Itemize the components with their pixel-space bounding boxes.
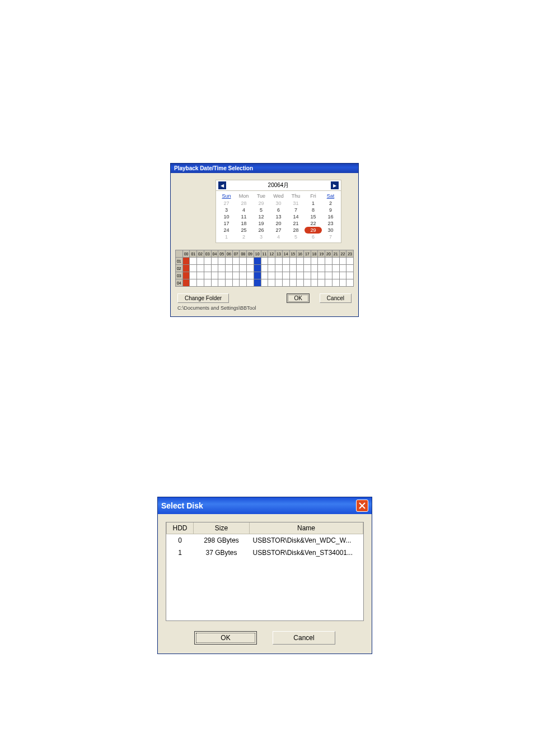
timeline-cell[interactable] — [289, 265, 297, 272]
timeline-cell[interactable] — [303, 265, 311, 272]
timeline-cell[interactable] — [289, 272, 297, 279]
calendar-day[interactable]: 1 — [218, 234, 235, 240]
timeline-cell[interactable] — [197, 265, 204, 272]
table-row[interactable] — [167, 596, 363, 608]
timeline-cell[interactable] — [226, 272, 233, 279]
timeline-cell[interactable] — [268, 265, 275, 272]
table-row[interactable] — [167, 608, 363, 620]
calendar-day[interactable]: 8 — [305, 207, 322, 213]
table-row[interactable]: 137 GBytesUSBSTOR\Disk&Ven_ST34001... — [167, 547, 363, 559]
calendar-day[interactable]: 7 — [322, 234, 339, 240]
timeline-cell[interactable] — [303, 258, 311, 265]
timeline-cell[interactable] — [218, 265, 226, 272]
playback-cancel-button[interactable]: Cancel — [320, 293, 352, 303]
timeline-cell[interactable] — [232, 258, 240, 265]
timeline-cell[interactable] — [297, 272, 304, 279]
timeline-cell[interactable] — [268, 279, 275, 287]
timeline-cell[interactable] — [297, 279, 304, 287]
calendar-day[interactable]: 1 — [305, 200, 322, 207]
timeline-cell[interactable] — [204, 258, 211, 265]
timeline-cell[interactable] — [182, 272, 190, 279]
timeline-cell[interactable] — [254, 272, 261, 279]
calendar-day[interactable]: 5 — [287, 234, 305, 240]
timeline-cell[interactable] — [182, 279, 190, 287]
timeline-cell[interactable] — [318, 279, 325, 287]
timeline-cell[interactable] — [247, 279, 254, 287]
timeline-cell[interactable] — [190, 258, 197, 265]
timeline-cell[interactable] — [190, 265, 197, 272]
timeline-cell[interactable] — [211, 258, 218, 265]
timeline-cell[interactable] — [311, 272, 318, 279]
timeline-cell[interactable] — [289, 279, 297, 287]
timeline-cell[interactable] — [318, 258, 325, 265]
timeline-cell[interactable] — [346, 279, 354, 287]
timeline-cell[interactable] — [204, 272, 211, 279]
calendar-day[interactable]: 10 — [218, 213, 235, 220]
table-row[interactable] — [167, 571, 363, 584]
calendar-day[interactable]: 15 — [305, 213, 322, 220]
timeline-cell[interactable] — [282, 265, 289, 272]
timeline-cell[interactable] — [247, 265, 254, 272]
calendar-next-button[interactable]: ▶ — [331, 181, 339, 189]
timeline-cell[interactable] — [254, 258, 261, 265]
timeline-cell[interactable] — [332, 279, 339, 287]
timeline-cell[interactable] — [247, 258, 254, 265]
calendar-day[interactable]: 14 — [287, 213, 305, 220]
timeline-cell[interactable] — [211, 265, 218, 272]
calendar-day[interactable]: 5 — [252, 207, 270, 213]
timeline-cell[interactable] — [261, 279, 268, 287]
timeline-cell[interactable] — [204, 265, 211, 272]
timeline-cell[interactable] — [346, 272, 354, 279]
timeline-cell[interactable] — [204, 279, 211, 287]
timeline-cell[interactable] — [182, 258, 190, 265]
calendar-day[interactable]: 27 — [270, 227, 287, 234]
calendar-day[interactable]: 28 — [235, 200, 252, 207]
timeline-cell[interactable] — [247, 272, 254, 279]
calendar-day[interactable]: 27 — [218, 200, 235, 207]
calendar-day[interactable]: 29 — [305, 227, 322, 234]
calendar-day[interactable]: 9 — [322, 207, 339, 213]
change-folder-button[interactable]: Change Folder — [177, 293, 229, 303]
timeline-cell[interactable] — [268, 258, 275, 265]
timeline-cell[interactable] — [268, 272, 275, 279]
timeline-cell[interactable] — [226, 265, 233, 272]
calendar-prev-button[interactable]: ◀ — [218, 181, 226, 189]
calendar-day[interactable]: 30 — [322, 227, 339, 234]
timeline-cell[interactable] — [311, 258, 318, 265]
calendar-day[interactable]: 11 — [235, 213, 252, 220]
timeline-cell[interactable] — [211, 272, 218, 279]
calendar-day[interactable]: 19 — [252, 220, 270, 227]
timeline-cell[interactable] — [197, 272, 204, 279]
timeline-cell[interactable] — [275, 258, 283, 265]
timeline-cell[interactable] — [240, 258, 247, 265]
timeline-cell[interactable] — [254, 265, 261, 272]
calendar-day[interactable]: 4 — [235, 207, 252, 213]
timeline-cell[interactable] — [339, 258, 346, 265]
timeline-cell[interactable] — [240, 265, 247, 272]
calendar-day[interactable]: 12 — [252, 213, 270, 220]
calendar-day[interactable]: 3 — [252, 234, 270, 240]
calendar-day[interactable]: 22 — [305, 220, 322, 227]
timeline-cell[interactable] — [232, 279, 240, 287]
timeline-cell[interactable] — [325, 265, 332, 272]
calendar-day[interactable]: 26 — [252, 227, 270, 234]
timeline-cell[interactable] — [318, 272, 325, 279]
calendar-day[interactable]: 24 — [218, 227, 235, 234]
timeline-cell[interactable] — [282, 258, 289, 265]
calendar-day[interactable]: 30 — [270, 200, 287, 207]
timeline-cell[interactable] — [218, 272, 226, 279]
timeline-cell[interactable] — [339, 279, 346, 287]
timeline-cell[interactable] — [325, 272, 332, 279]
timeline-cell[interactable] — [190, 279, 197, 287]
col-size[interactable]: Size — [194, 522, 250, 534]
timeline-cell[interactable] — [254, 279, 261, 287]
timeline-cell[interactable] — [346, 258, 354, 265]
timeline-cell[interactable] — [339, 272, 346, 279]
timeline-cell[interactable] — [197, 279, 204, 287]
playback-ok-button[interactable]: OK — [287, 293, 309, 303]
timeline-cell[interactable] — [339, 265, 346, 272]
timeline-cell[interactable] — [240, 272, 247, 279]
timeline-cell[interactable] — [218, 279, 226, 287]
col-name[interactable]: Name — [250, 522, 363, 534]
close-icon[interactable] — [356, 500, 368, 512]
